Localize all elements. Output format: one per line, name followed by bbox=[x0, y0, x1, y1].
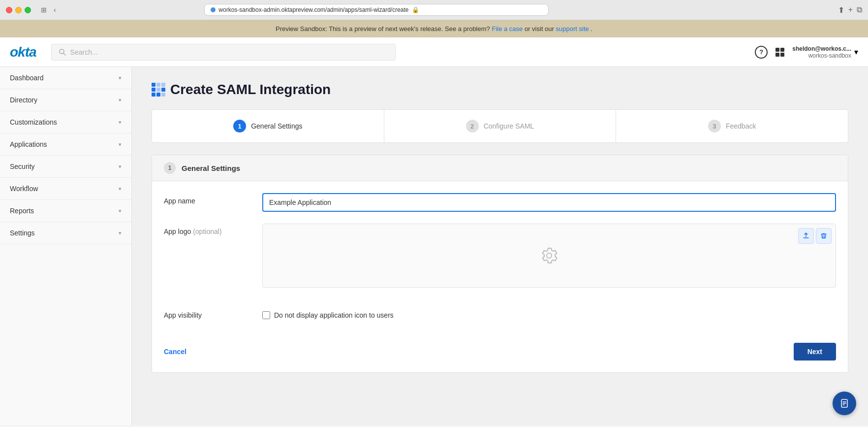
url-text: workos-sandbox-admin.oktapreview.com/adm… bbox=[218, 6, 408, 13]
sidebar-item-reports[interactable]: Reports ▾ bbox=[0, 200, 131, 222]
file-case-link[interactable]: File a case bbox=[492, 25, 523, 33]
banner-or-text: or visit our bbox=[525, 25, 554, 33]
grid-dot bbox=[780, 53, 784, 57]
optional-label: (optional) bbox=[193, 228, 221, 235]
trash-icon bbox=[820, 232, 827, 239]
banner-end: . bbox=[590, 25, 592, 33]
fab-button[interactable] bbox=[833, 392, 856, 415]
help-button[interactable]: ? bbox=[755, 46, 768, 59]
sidebar-label-security: Security bbox=[10, 163, 35, 170]
next-button[interactable]: Next bbox=[794, 343, 836, 361]
user-dropdown-icon: ▾ bbox=[854, 47, 858, 57]
app-name-input-wrap bbox=[262, 193, 836, 212]
chevron-down-icon: ▾ bbox=[119, 164, 122, 170]
upload-logo-button[interactable] bbox=[798, 228, 814, 244]
main-content: Create SAML Integration 1 General Settin… bbox=[132, 67, 868, 425]
support-site-link[interactable]: support site bbox=[556, 25, 589, 33]
form-body: App name App logo (optional) bbox=[152, 181, 848, 311]
browser-controls: ⊞ ‹ bbox=[39, 5, 58, 15]
lock-icon: 🔒 bbox=[412, 6, 419, 13]
user-text: sheldon@workos.c... workos-sandbox bbox=[792, 45, 851, 59]
delete-logo-button[interactable] bbox=[816, 228, 832, 244]
grid-dot bbox=[156, 83, 160, 87]
sidebar-item-security[interactable]: Security ▾ bbox=[0, 156, 131, 178]
app-name-row: App name bbox=[164, 193, 836, 212]
browser-chrome: ⊞ ‹ workos-sandbox-admin.oktapreview.com… bbox=[0, 0, 868, 20]
form-card: 1 General Settings App name App logo (op… bbox=[152, 155, 848, 373]
grid-dot bbox=[152, 93, 155, 97]
sidebar-toggle-button[interactable]: ⊞ bbox=[39, 5, 49, 15]
chevron-down-icon: ▾ bbox=[119, 119, 122, 126]
minimize-button[interactable] bbox=[15, 7, 22, 13]
grid-dot bbox=[152, 83, 155, 87]
user-email: sheldon@workos.c... bbox=[792, 45, 851, 52]
address-bar[interactable]: workos-sandbox-admin.oktapreview.com/adm… bbox=[204, 4, 549, 16]
user-org: workos-sandbox bbox=[792, 52, 851, 59]
chevron-down-icon: ▾ bbox=[119, 141, 122, 148]
step-configure-saml[interactable]: 2 Configure SAML bbox=[384, 110, 617, 142]
grid-dot bbox=[775, 53, 779, 57]
grid-dot bbox=[161, 88, 165, 92]
chevron-down-icon: ▾ bbox=[119, 97, 122, 103]
new-tab-icon[interactable]: + bbox=[848, 5, 853, 14]
sidebar-item-customizations[interactable]: Customizations ▾ bbox=[0, 111, 131, 133]
step-general-settings[interactable]: 1 General Settings bbox=[152, 110, 384, 142]
back-button[interactable]: ‹ bbox=[52, 5, 58, 15]
grid-menu-icon[interactable] bbox=[775, 48, 784, 57]
search-placeholder: Search... bbox=[70, 48, 98, 56]
sidebar-label-applications: Applications bbox=[10, 140, 47, 148]
gear-placeholder-icon bbox=[539, 246, 559, 265]
grid-dot bbox=[156, 93, 160, 97]
top-nav-right: ? sheldon@workos.c... workos-sandbox ▾ bbox=[755, 45, 858, 59]
grid-dot bbox=[780, 48, 784, 52]
app-visibility-checkbox-wrap[interactable]: Do not display application icon to users bbox=[262, 311, 394, 319]
sidebar-label-workflow: Workflow bbox=[10, 185, 38, 193]
section-number: 1 bbox=[164, 162, 176, 174]
user-menu[interactable]: sheldon@workos.c... workos-sandbox ▾ bbox=[792, 45, 858, 59]
top-nav: okta Search... ? sheldon@workos.c... wor… bbox=[0, 37, 868, 67]
fullscreen-button[interactable] bbox=[25, 7, 31, 13]
step-3-label: Feedback bbox=[726, 122, 756, 130]
share-icon[interactable]: ⬆ bbox=[838, 5, 844, 15]
chevron-down-icon: ▾ bbox=[119, 208, 122, 214]
secure-indicator bbox=[211, 7, 216, 12]
window-icon[interactable]: ⧉ bbox=[857, 5, 862, 14]
app-logo-upload-wrap bbox=[262, 224, 836, 288]
grid-dot bbox=[161, 83, 165, 87]
svg-line-1 bbox=[63, 53, 65, 55]
page-title: Create SAML Integration bbox=[152, 82, 848, 98]
sidebar-item-directory[interactable]: Directory ▾ bbox=[0, 89, 131, 111]
app-name-input[interactable] bbox=[262, 193, 836, 212]
form-footer: Cancel Next bbox=[152, 343, 848, 372]
okta-logo: okta bbox=[10, 44, 36, 60]
cancel-button[interactable]: Cancel bbox=[164, 344, 186, 360]
search-icon bbox=[59, 48, 66, 56]
app-layout: Dashboard ▾ Directory ▾ Customizations ▾… bbox=[0, 67, 868, 425]
sidebar: Dashboard ▾ Directory ▾ Customizations ▾… bbox=[0, 67, 132, 425]
sidebar-label-settings: Settings bbox=[10, 229, 35, 237]
app-visibility-checkbox[interactable] bbox=[262, 311, 270, 319]
saml-grid-icon bbox=[152, 83, 165, 97]
preview-text: Preview Sandbox: This is a preview of ne… bbox=[276, 25, 490, 33]
step-feedback[interactable]: 3 Feedback bbox=[616, 110, 848, 142]
logo-upload-buttons bbox=[798, 228, 832, 244]
logo-upload-area[interactable] bbox=[262, 224, 836, 288]
app-name-label: App name bbox=[164, 193, 252, 205]
sidebar-item-settings[interactable]: Settings ▾ bbox=[0, 222, 131, 244]
step-1-number: 1 bbox=[233, 120, 246, 132]
app-logo-row: App logo (optional) bbox=[164, 224, 836, 288]
chevron-down-icon: ▾ bbox=[119, 230, 122, 236]
step-2-label: Configure SAML bbox=[484, 122, 534, 130]
section-title: General Settings bbox=[182, 164, 240, 172]
document-icon bbox=[839, 398, 849, 408]
sidebar-item-workflow[interactable]: Workflow ▾ bbox=[0, 178, 131, 200]
close-button[interactable] bbox=[6, 7, 12, 13]
sidebar-item-dashboard[interactable]: Dashboard ▾ bbox=[0, 67, 131, 89]
app-visibility-row: App visibility Do not display applicatio… bbox=[152, 311, 848, 331]
form-card-header: 1 General Settings bbox=[152, 155, 848, 181]
search-bar[interactable]: Search... bbox=[51, 44, 396, 61]
sidebar-label-dashboard: Dashboard bbox=[10, 74, 44, 82]
grid-dot bbox=[156, 88, 160, 92]
sidebar-item-applications[interactable]: Applications ▾ bbox=[0, 133, 131, 156]
sidebar-label-directory: Directory bbox=[10, 96, 37, 104]
